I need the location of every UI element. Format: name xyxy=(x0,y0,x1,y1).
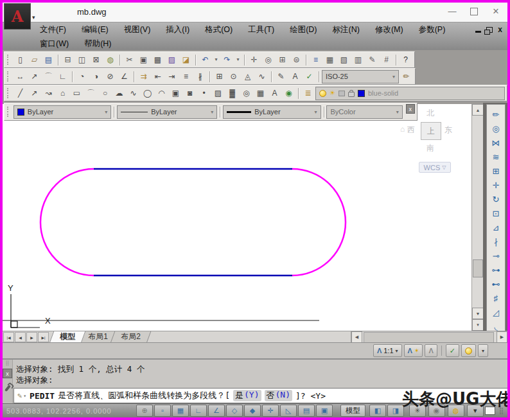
insert-block-button[interactable]: ▣ xyxy=(169,87,182,100)
menu-item-7[interactable]: 标注(N) xyxy=(326,23,366,37)
child-restore-button[interactable] xyxy=(486,27,493,33)
dim-arc-length-button[interactable]: ⌒ xyxy=(42,70,55,83)
tab-nav-button-3[interactable]: ▶| xyxy=(38,332,49,342)
layer-lock-icon[interactable] xyxy=(348,92,355,97)
quick-dimension-button[interactable]: ⇉ xyxy=(137,70,150,83)
command-close-button[interactable]: x xyxy=(3,369,12,378)
menu-item-0[interactable]: 文件(F) xyxy=(33,23,73,37)
hatch-button[interactable]: ▨ xyxy=(211,87,225,100)
rotate-button[interactable]: ↻ xyxy=(488,193,504,206)
dim-jogged-button[interactable]: ◑ xyxy=(89,70,103,83)
tab-nav-button-1[interactable]: ◀ xyxy=(15,332,26,342)
menu-item-0[interactable]: 窗口(W) xyxy=(33,37,75,51)
menu-item-9[interactable]: 参数(P) xyxy=(412,23,452,37)
copy-button[interactable]: ◎ xyxy=(488,122,504,135)
viewcube-east-label[interactable]: 东 xyxy=(444,125,452,136)
command-history[interactable]: 选择对象: 找到 1 个, 总计 4 个 选择对象: xyxy=(12,362,507,387)
paste-clip-button[interactable]: ▩ xyxy=(151,53,164,67)
undo-button[interactable]: ↶ xyxy=(198,53,212,67)
toolbar-grip[interactable] xyxy=(7,55,10,65)
array-button[interactable]: ⊞ xyxy=(488,164,504,177)
stretch-button[interactable]: ⊿ xyxy=(488,221,504,234)
viewcube-south-label[interactable]: 南 xyxy=(426,143,434,153)
dim-linear-button[interactable]: ↔ xyxy=(13,70,27,83)
object-snap-tracking-button[interactable]: ✛ xyxy=(262,405,279,417)
child-close-button[interactable]: x xyxy=(498,26,502,33)
horizontal-scrollbar[interactable]: ◀ ▶ xyxy=(351,331,507,343)
ellipse-button[interactable]: ◯ xyxy=(141,87,154,100)
new-file-button[interactable]: ▯ xyxy=(13,53,27,67)
break-at-point-button[interactable]: ⊶ xyxy=(488,263,504,276)
dim-jog-line-button[interactable]: ∿ xyxy=(255,70,268,83)
line-button[interactable]: ╱ xyxy=(13,87,27,100)
option-no-button[interactable]: 否(N) xyxy=(265,390,292,401)
scroll-left-button[interactable]: ◀ xyxy=(351,331,362,343)
designcenter-button[interactable]: ▦ xyxy=(323,53,337,67)
mirror-button[interactable]: ⋈ xyxy=(488,136,504,149)
3d-object-snap-button[interactable]: ◆ xyxy=(244,405,261,417)
dim-update-button[interactable]: ✓ xyxy=(303,70,316,83)
tool-palettes-button[interactable]: ▧ xyxy=(337,53,351,67)
move-button[interactable]: ✛ xyxy=(488,179,504,191)
trim-button[interactable]: ∤ xyxy=(488,235,504,248)
wcs-menu-button[interactable]: WCS ▽ xyxy=(419,162,451,173)
tab-nav-button-0[interactable]: |◀ xyxy=(3,332,14,342)
point-style-button[interactable]: ◉ xyxy=(282,87,295,100)
dim-angular-button[interactable]: ∠ xyxy=(118,70,131,83)
make-block-button[interactable]: ◙ xyxy=(183,87,197,100)
redo-list-button[interactable]: ▾ xyxy=(234,53,242,67)
menu-item-8[interactable]: 修改(M) xyxy=(369,23,410,37)
toolbar-grip[interactable] xyxy=(7,88,10,98)
autocad-logo-button[interactable]: A xyxy=(4,3,31,30)
menu-item-1[interactable]: 帮助(H) xyxy=(78,37,118,51)
drawing-status-menu-button[interactable]: ▾ xyxy=(478,344,488,357)
block-editor-button[interactable]: ◪ xyxy=(179,53,193,67)
properties-palette-button[interactable]: ≡ xyxy=(309,53,322,67)
copy-clip-button[interactable]: ▣ xyxy=(137,53,150,67)
object-snap-button[interactable]: ◇ xyxy=(226,405,243,417)
recent-commands-icon[interactable]: ✎ xyxy=(17,391,22,400)
vertical-scroll-thumb[interactable] xyxy=(473,259,483,277)
circle-button[interactable]: ○ xyxy=(98,87,112,100)
selection-cycling-button[interactable]: ▣ xyxy=(316,405,333,417)
polygon-button[interactable]: ⌂ xyxy=(56,87,69,100)
scale-button[interactable]: ⊡ xyxy=(488,207,504,220)
mtext-button[interactable]: A xyxy=(268,87,281,100)
offset-button[interactable]: ≋ xyxy=(488,150,504,163)
revision-cloud-button[interactable]: ☁ xyxy=(112,87,126,100)
scroll-right-button[interactable]: ▶ xyxy=(497,331,507,343)
zoom-previous-button[interactable]: ⊜ xyxy=(290,53,303,67)
layer-freeze-sun-icon[interactable]: ☀ xyxy=(330,90,335,96)
window-close-button[interactable]: ✕ xyxy=(491,6,501,16)
spline-button[interactable]: ∿ xyxy=(127,87,140,100)
option-yes-button[interactable]: 是(Y) xyxy=(233,390,261,401)
slot-left-arc[interactable] xyxy=(40,169,94,276)
region-button[interactable]: ◎ xyxy=(240,87,253,100)
point-button[interactable]: • xyxy=(197,87,211,100)
model-space-button[interactable]: 模型 xyxy=(340,405,365,417)
quickcalc-button[interactable]: # xyxy=(380,53,393,67)
break-button[interactable]: ⊷ xyxy=(488,277,504,290)
undo-list-button[interactable]: ▾ xyxy=(213,53,220,67)
table-button[interactable]: ▦ xyxy=(254,87,267,100)
tab-nav-button-2[interactable]: ▶ xyxy=(26,332,37,342)
chamfer-button[interactable]: ◿ xyxy=(488,306,504,319)
annotation-autoscale-button[interactable]: Λ xyxy=(425,344,437,357)
plot-preview-button[interactable]: ◫ xyxy=(75,53,89,67)
save-file-button[interactable]: ▤ xyxy=(42,53,55,67)
extend-button[interactable]: ⊸ xyxy=(488,249,504,262)
layer-plot-icon[interactable] xyxy=(339,91,345,96)
match-properties-button[interactable]: ▨ xyxy=(165,53,179,67)
coordinate-readout[interactable]: 503.0883, 102.2256, 0.0000 xyxy=(6,407,135,415)
export-dwf-button[interactable]: ◍ xyxy=(103,53,117,67)
dim-aligned-button[interactable]: ↗ xyxy=(28,70,41,83)
drag-grip-icon[interactable]: ⣿ xyxy=(6,361,10,366)
layout-tab-0[interactable]: 模型 xyxy=(49,331,86,343)
pan-button[interactable]: ✛ xyxy=(247,53,261,67)
dim-baseline-button[interactable]: ⇤ xyxy=(151,70,164,83)
scroll-down-button[interactable]: ▼ xyxy=(472,308,484,319)
center-mark-button[interactable]: ⊙ xyxy=(227,70,240,83)
annotation-visibility-button[interactable]: Λ ✶ xyxy=(404,344,423,357)
layer-properties-manager-button[interactable]: ≣ xyxy=(301,87,315,100)
toolbar-close-button[interactable]: x xyxy=(406,104,415,114)
